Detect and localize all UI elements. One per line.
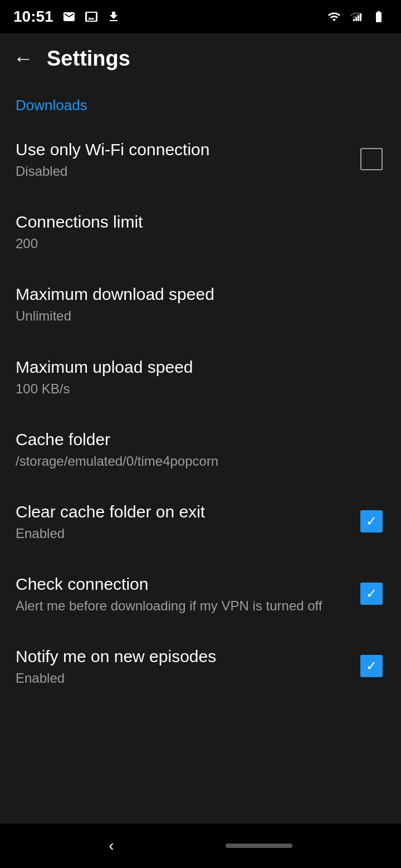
nav-back-button[interactable]: ‹	[109, 837, 114, 855]
notify-episodes-checkbox[interactable]: ✓	[358, 652, 385, 680]
setting-connections-limit-subtitle: 200	[16, 235, 374, 252]
gmail-icon	[60, 8, 78, 26]
section-downloads-header: Downloads	[0, 83, 401, 123]
setting-cache-folder-text: Cache folder /storage/emulated/0/time4po…	[16, 428, 385, 470]
status-bar-left: 10:51	[13, 8, 123, 26]
checkbox-unchecked-icon	[360, 148, 383, 170]
setting-max-upload-text: Maximum upload speed 100 KB/s	[16, 356, 385, 397]
page-title: Settings	[47, 47, 130, 71]
setting-cache-folder-subtitle: /storage/emulated/0/time4popcorn	[16, 452, 374, 470]
setting-cache-folder[interactable]: Cache folder /storage/emulated/0/time4po…	[0, 413, 401, 485]
setting-clear-cache-title: Clear cache folder on exit	[16, 501, 346, 522]
back-button[interactable]: ←	[13, 48, 33, 68]
setting-notify-episodes[interactable]: Notify me on new episodes Enabled ✓	[0, 630, 401, 702]
setting-max-upload[interactable]: Maximum upload speed 100 KB/s	[0, 341, 401, 413]
navigation-bar: ‹	[0, 823, 401, 868]
toolbar: ← Settings	[0, 33, 401, 83]
setting-clear-cache-text: Clear cache folder on exit Enabled	[16, 501, 358, 542]
setting-max-download-text: Maximum download speed Unlimited	[16, 283, 385, 324]
svg-rect-3	[353, 19, 355, 21]
setting-check-connection-title: Check connection	[16, 573, 346, 595]
setting-wifi-only-title: Use only Wi-Fi connection	[16, 139, 346, 160]
setting-notify-episodes-text: Notify me on new episodes Enabled	[16, 645, 358, 687]
wifi-only-checkbox[interactable]	[358, 145, 385, 173]
status-notification-icons	[60, 8, 123, 26]
setting-wifi-only-text: Use only Wi-Fi connection Disabled	[16, 139, 358, 180]
status-time: 10:51	[13, 8, 53, 26]
clear-cache-checkbox[interactable]: ✓	[358, 507, 385, 535]
checkbox-checked-icon-2: ✓	[360, 583, 383, 605]
setting-cache-folder-title: Cache folder	[16, 428, 374, 450]
battery-icon	[370, 8, 388, 26]
svg-rect-1	[358, 15, 359, 21]
status-bar-right	[325, 8, 388, 26]
setting-notify-episodes-title: Notify me on new episodes	[16, 645, 346, 667]
setting-wifi-only[interactable]: Use only Wi-Fi connection Disabled	[0, 123, 401, 195]
setting-check-connection-text: Check connection Alert me before downloa…	[16, 573, 358, 614]
setting-clear-cache[interactable]: Clear cache folder on exit Enabled ✓	[0, 485, 401, 558]
svg-rect-2	[355, 17, 357, 21]
setting-connections-limit[interactable]: Connections limit 200	[0, 195, 401, 268]
setting-notify-episodes-subtitle: Enabled	[16, 669, 346, 687]
checkbox-checked-icon: ✓	[360, 510, 383, 532]
signal-strength-icon	[348, 8, 365, 26]
setting-connections-limit-title: Connections limit	[16, 211, 374, 233]
status-bar: 10:51	[0, 0, 401, 33]
photo-icon	[82, 8, 100, 26]
settings-list: Downloads Use only Wi-Fi connection Disa…	[0, 83, 401, 703]
setting-max-upload-subtitle: 100 KB/s	[16, 380, 374, 397]
setting-connections-limit-text: Connections limit 200	[16, 211, 385, 252]
setting-max-download[interactable]: Maximum download speed Unlimited	[0, 268, 401, 340]
setting-wifi-only-subtitle: Disabled	[16, 162, 346, 180]
back-arrow-icon: ←	[13, 48, 33, 68]
svg-rect-0	[360, 13, 361, 21]
setting-check-connection[interactable]: Check connection Alert me before downloa…	[0, 558, 401, 630]
setting-max-download-title: Maximum download speed	[16, 283, 374, 305]
setting-clear-cache-subtitle: Enabled	[16, 525, 346, 542]
setting-check-connection-subtitle: Alert me before downloading if my VPN is…	[16, 597, 346, 614]
checkbox-checked-icon-3: ✓	[360, 655, 383, 677]
wifi-icon	[325, 8, 343, 26]
setting-max-upload-title: Maximum upload speed	[16, 356, 374, 378]
setting-max-download-subtitle: Unlimited	[16, 307, 374, 324]
download-notification-icon	[105, 8, 123, 26]
check-connection-checkbox[interactable]: ✓	[358, 580, 385, 608]
nav-home-indicator[interactable]	[226, 844, 292, 848]
